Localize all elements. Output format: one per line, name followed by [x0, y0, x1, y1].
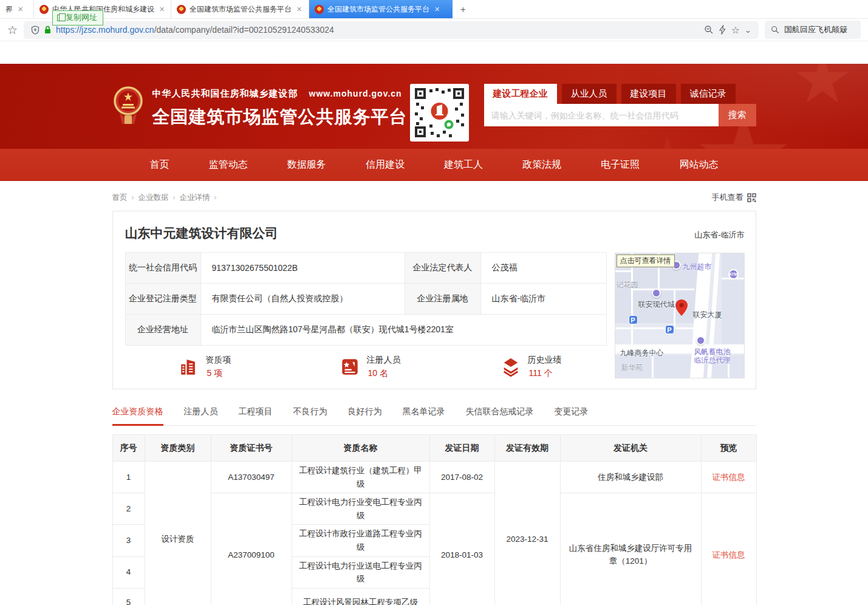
field-label: 企业经营地址 — [125, 315, 200, 346]
browser-tab-3-active[interactable]: 全国建筑市场监管公共服务平台 ✕ — [309, 0, 453, 18]
company-info-table: 统一社会信用代码 91371302675501022B 企业法定代表人 公茂福 … — [125, 252, 607, 346]
nav-policy[interactable]: 政策法规 — [522, 159, 561, 171]
credit-code-value: 91371302675501022B — [200, 253, 405, 284]
copy-url-tooltip: 复制网址 — [52, 10, 103, 26]
header-qr-code — [410, 84, 469, 142]
cell-valid-until: 2023-12-31 — [494, 462, 560, 605]
tab-close-icon[interactable]: ✕ — [296, 5, 302, 13]
col-index: 序号 — [112, 435, 145, 462]
cell-cert-name: 工程设计电力行业送电工程专业丙级 — [292, 556, 429, 588]
map-label: 记花园 — [617, 280, 638, 290]
nav-workers[interactable]: 建筑工人 — [444, 159, 483, 171]
browser-url-row: ☆ https://jzsc.mohurd.gov.cn/data/compan… — [0, 19, 868, 41]
tab-qualifications[interactable]: 企业资质资格 — [112, 406, 163, 426]
detail-tabs: 企业资质资格 注册人员 工程项目 不良行为 良好行为 黑名单记录 失信联合惩戒记… — [112, 406, 756, 426]
certificate-info-link[interactable]: 证书信息 — [713, 473, 745, 482]
location-map[interactable]: 点击可查看详情 九州超市 ATM 记花园 联安现代城 联安大厦 P P 九峰商务… — [615, 253, 745, 378]
col-cert-no: 资质证书号 — [211, 435, 292, 462]
browser-tab-2[interactable]: 全国建筑市场监管公共服务平台 ✕ — [171, 0, 309, 18]
cell-category: 设计资质 — [145, 462, 211, 605]
cell-cert-name: 工程设计风景园林工程专项乙级 — [292, 588, 429, 605]
stat-value: 10 名 — [367, 368, 401, 379]
lightning-icon[interactable] — [719, 25, 726, 35]
favorite-star-icon[interactable]: ☆ — [731, 24, 740, 36]
atm-pin: ATM — [728, 269, 739, 279]
company-summary-card: 山东中元建筑设计有限公司 山东省-临沂市 统一社会信用代码 9137130267… — [112, 211, 756, 389]
tab-close-icon[interactable]: ✕ — [18, 5, 23, 13]
stat-registered-personnel[interactable]: 注册人员10 名 — [340, 355, 501, 379]
tab-change-records[interactable]: 变更记录 — [555, 406, 589, 425]
national-emblem-logo — [114, 84, 143, 132]
shield-icon[interactable] — [31, 26, 39, 35]
tab-close-icon[interactable]: ✕ — [434, 5, 440, 13]
business-address-value: 临沂市兰山区陶然路107号星河晶都（联安）现代城1号楼2201室 — [200, 315, 606, 346]
bookmark-star-icon[interactable]: ☆ — [7, 24, 18, 36]
zoom-out-icon[interactable] — [704, 25, 714, 35]
breadcrumb-company-detail[interactable]: 企业详情 — [180, 193, 210, 203]
cell-issue-date: 2018-01-03 — [429, 493, 494, 605]
breadcrumb-home[interactable]: 首页 — [112, 193, 128, 203]
site-header: 中华人民共和国住房和城乡建设部www.mohurd.gov.cn 全国建筑市场监… — [0, 64, 868, 149]
cell-issue-date: 2017-08-02 — [429, 462, 494, 493]
nav-home[interactable]: 首页 — [150, 159, 169, 171]
tab-close-icon[interactable]: ✕ — [159, 5, 165, 13]
breadcrumb-company-data[interactable]: 企业数据 — [138, 193, 169, 203]
search-tab-personnel[interactable]: 从业人员 — [562, 84, 617, 104]
search-tab-project[interactable]: 建设项目 — [621, 84, 676, 104]
site-brand: 中华人民共和国住房和城乡建设部www.mohurd.gov.cn 全国建筑市场监… — [152, 88, 408, 129]
layers-icon — [501, 357, 521, 377]
col-preview: 预览 — [701, 435, 756, 462]
keyword-search-input[interactable] — [484, 104, 719, 126]
new-tab-button[interactable]: ＋ — [453, 0, 473, 18]
tab-projects[interactable]: 工程项目 — [239, 406, 273, 425]
cell-cert-no: A237009100 — [211, 493, 292, 605]
company-location-marker — [675, 299, 688, 316]
community-pin — [652, 289, 661, 298]
certificate-info-link[interactable]: 证书信息 — [713, 550, 745, 559]
search-button[interactable]: 搜索 — [719, 104, 756, 126]
nav-supervision[interactable]: 监管动态 — [209, 159, 248, 171]
map-label: 新华苑 — [621, 363, 643, 373]
map-tooltip: 点击可查看详情 — [617, 255, 675, 267]
field-label: 统一社会信用代码 — [125, 253, 200, 284]
tab-blacklist[interactable]: 黑名单记录 — [403, 406, 445, 425]
cell-cert-name: 工程设计市政行业道路工程专业丙级 — [292, 525, 429, 556]
search-icon — [771, 26, 779, 34]
cell-cert-no: A137030497 — [211, 462, 292, 493]
nav-credit[interactable]: 信用建设 — [366, 159, 405, 171]
stat-value: 5 项 — [206, 368, 231, 379]
browser-tab-strip: 界 ✕ 中华人民共和国住房和城乡建设 ✕ 全国建筑市场监管公共服务平台 ✕ 全国… — [0, 0, 868, 19]
breadcrumb: 首页 › 企业数据 › 企业详情 › 手机查看 — [112, 191, 756, 203]
url-field[interactable]: https://jzsc.mohurd.gov.cn/data/company/… — [24, 21, 759, 39]
platform-title: 全国建筑市场监管公共服务平台 — [152, 105, 408, 129]
emblem-favicon — [177, 5, 186, 14]
search-category-tabs: 建设工程企业 从业人员 建设项目 诚信记录 — [484, 84, 756, 104]
tab-good-behavior[interactable]: 良好行为 — [348, 406, 382, 425]
nav-site-news[interactable]: 网站动态 — [679, 159, 718, 171]
col-cert-name: 资质名称 — [292, 435, 429, 462]
emblem-favicon — [39, 5, 49, 14]
map-label: 九峰商务中心 — [620, 348, 664, 358]
browser-tab-0[interactable]: 界 ✕ — [0, 0, 34, 18]
chevron-down-icon[interactable]: ⌄ — [745, 26, 751, 35]
building-icon — [179, 357, 199, 377]
browser-chrome: 界 ✕ 中华人民共和国住房和城乡建设 ✕ 全国建筑市场监管公共服务平台 ✕ 全国… — [0, 0, 868, 41]
cell-index: 3 — [112, 525, 145, 556]
stat-qualifications[interactable]: 资质项5 项 — [179, 355, 340, 379]
nav-data-service[interactable]: 数据服务 — [287, 159, 326, 171]
registration-region-value: 山东省-临沂市 — [480, 284, 606, 315]
nav-certificates[interactable]: 电子证照 — [601, 159, 640, 171]
search-tab-credit[interactable]: 诚信记录 — [681, 84, 736, 104]
battery-store-pin — [696, 336, 705, 345]
hot-search-text: 国航回应飞机颠簸 — [784, 24, 847, 35]
search-tab-enterprise[interactable]: 建设工程企业 — [484, 84, 557, 104]
quick-search-box[interactable]: 国航回应飞机颠簸 — [765, 21, 861, 39]
parking-pin: P — [629, 315, 638, 324]
cell-cert-name: 工程设计电力行业变电工程专业丙级 — [292, 493, 429, 525]
tab-bad-behavior[interactable]: 不良行为 — [293, 406, 327, 425]
mobile-view-button[interactable]: 手机查看 — [712, 192, 756, 203]
tab-dishonesty-records[interactable]: 失信联合惩戒记录 — [466, 406, 534, 425]
cell-index: 2 — [112, 493, 145, 525]
tab-registered-personnel[interactable]: 注册人员 — [184, 406, 218, 425]
table-row: 1 设计资质 A137030497 工程设计建筑行业（建筑工程）甲级 2017-… — [112, 462, 756, 493]
